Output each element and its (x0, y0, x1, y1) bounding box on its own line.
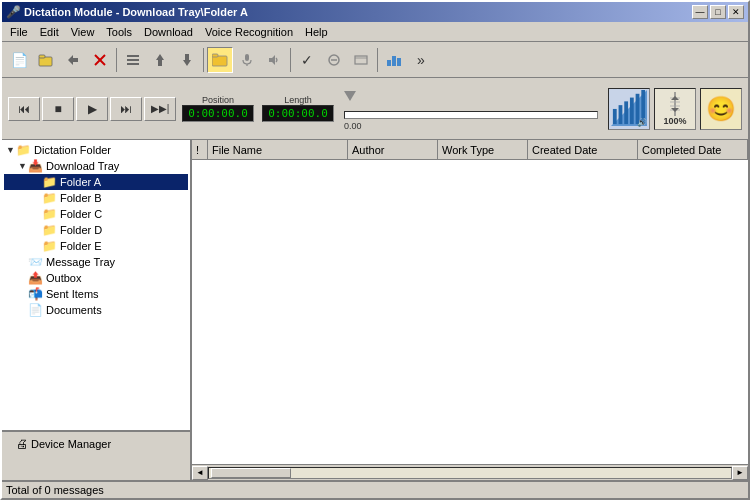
col-header-author[interactable]: Author (348, 140, 438, 159)
app-icon: 🎤 (6, 5, 20, 19)
speaker-button[interactable] (261, 47, 287, 73)
label-sent-items: Sent Items (46, 288, 99, 300)
menu-edit[interactable]: Edit (34, 22, 65, 41)
rewind-button[interactable]: ⏮ (8, 97, 40, 121)
tree-node-folder-b[interactable]: 📁 Folder B (4, 190, 188, 206)
label-outbox: Outbox (46, 272, 81, 284)
delete-button[interactable] (87, 47, 113, 73)
scroll-track[interactable] (208, 467, 732, 479)
download-send-button[interactable] (174, 47, 200, 73)
chart-button[interactable] (381, 47, 407, 73)
minimize-button[interactable]: — (692, 5, 708, 19)
expander-dictation[interactable]: ▼ (6, 145, 16, 155)
col-header-flag[interactable]: ! (192, 140, 208, 159)
upload-button[interactable] (147, 47, 173, 73)
menu-help[interactable]: Help (299, 22, 334, 41)
play-button[interactable]: ▶ (76, 97, 108, 121)
svg-marker-8 (156, 54, 164, 66)
label-folder-d: Folder D (60, 224, 102, 236)
separator-2 (203, 48, 204, 72)
icon-message-tray: 📨 (28, 255, 43, 269)
expander-download-tray[interactable]: ▼ (18, 161, 28, 171)
list-button[interactable] (120, 47, 146, 73)
volume-meter: 🔊 (608, 88, 650, 130)
menu-file[interactable]: File (4, 22, 34, 41)
label-folder-c: Folder C (60, 208, 102, 220)
tree-area: ▼ 📁 Dictation Folder ▼ 📥 Download Tray 📁… (2, 140, 190, 430)
more-button[interactable]: » (408, 47, 434, 73)
tree-node-dictation-folder[interactable]: ▼ 📁 Dictation Folder (4, 142, 188, 158)
length-display: 0:00:00.0 (262, 105, 334, 122)
scroll-right-button[interactable]: ► (732, 466, 748, 480)
icon-sent-items: 📬 (28, 287, 43, 301)
new-button[interactable]: 📄 (6, 47, 32, 73)
tree-node-documents[interactable]: 📄 Documents (4, 302, 188, 318)
menu-view[interactable]: View (65, 22, 101, 41)
svg-rect-26 (630, 97, 634, 124)
back-button[interactable] (60, 47, 86, 73)
svg-rect-24 (619, 105, 623, 124)
menu-voice-recognition[interactable]: Voice Recognition (199, 22, 299, 41)
title-bar: 🎤 Dictation Module - Download Tray\Folde… (2, 2, 748, 22)
col-header-filename[interactable]: File Name (208, 140, 348, 159)
col-header-completed[interactable]: Completed Date (638, 140, 748, 159)
separator-4 (377, 48, 378, 72)
svg-rect-7 (127, 63, 139, 65)
status-message: Total of 0 messages (6, 484, 104, 496)
right-panel: ! File Name Author Work Type Created Dat… (192, 140, 748, 480)
scroll-thumb[interactable] (211, 468, 291, 478)
separator-1 (116, 48, 117, 72)
horizontal-scrollbar: ◄ ► (192, 464, 748, 480)
window-title: Dictation Module - Download Tray\Folder … (24, 6, 692, 18)
col-header-worktype[interactable]: Work Type (438, 140, 528, 159)
speed-label: 100% (663, 116, 686, 126)
tree-node-download-tray[interactable]: ▼ 📥 Download Tray (4, 158, 188, 174)
fast-forward-button[interactable]: ⏭ (110, 97, 142, 121)
device-manager-item[interactable]: 🖨 Device Manager (4, 436, 188, 452)
mic-button[interactable] (234, 47, 260, 73)
icon-folder-b: 📁 (42, 191, 57, 205)
tree-node-outbox[interactable]: 📤 Outbox (4, 270, 188, 286)
speed-control[interactable]: 100% (654, 88, 696, 130)
menu-tools[interactable]: Tools (100, 22, 138, 41)
tree-node-sent-items[interactable]: 📬 Sent Items (4, 286, 188, 302)
stop-button[interactable]: ■ (42, 97, 74, 121)
tree-node-folder-a[interactable]: 📁 Folder A (4, 174, 188, 190)
file-list-header: ! File Name Author Work Type Created Dat… (192, 140, 748, 160)
icon-download-tray: 📥 (28, 159, 43, 173)
icon-device-manager: 🖨 (16, 437, 28, 451)
status-bar: Total of 0 messages (2, 480, 748, 498)
checkmark-button[interactable]: ✓ (294, 47, 320, 73)
col-header-created[interactable]: Created Date (528, 140, 638, 159)
svg-rect-20 (392, 56, 396, 66)
icon-folder-e: 📁 (42, 239, 57, 253)
cancel-mark-button[interactable] (321, 47, 347, 73)
icon-folder-d: 📁 (42, 223, 57, 237)
tree-node-folder-c[interactable]: 📁 Folder C (4, 206, 188, 222)
info-button[interactable] (348, 47, 374, 73)
player-controls: ⏮ ■ ▶ ⏭ ▶▶| (8, 97, 176, 121)
close-button[interactable]: ✕ (728, 5, 744, 19)
tree-node-message-tray[interactable]: 📨 Message Tray (4, 254, 188, 270)
volume-icon: 🔊 (637, 118, 647, 127)
icon-documents: 📄 (28, 303, 43, 317)
svg-marker-2 (68, 55, 78, 65)
device-panel: 🖨 Device Manager (2, 430, 190, 480)
time-elapsed: 0.00 (344, 121, 598, 131)
svg-rect-5 (127, 55, 139, 57)
seek-slider[interactable] (344, 111, 598, 119)
scroll-left-button[interactable]: ◄ (192, 466, 208, 480)
end-button[interactable]: ▶▶| (144, 97, 176, 121)
menu-download[interactable]: Download (138, 22, 199, 41)
file-list-body (192, 160, 748, 464)
label-message-tray: Message Tray (46, 256, 115, 268)
svg-marker-9 (183, 54, 191, 66)
tree-node-folder-e[interactable]: 📁 Folder E (4, 238, 188, 254)
position-group: Position 0:00:00.0 Length 0:00:00.0 (182, 95, 334, 122)
open-button[interactable] (33, 47, 59, 73)
tree-node-folder-d[interactable]: 📁 Folder D (4, 222, 188, 238)
label-folder-a: Folder A (60, 176, 101, 188)
maximize-button[interactable]: □ (710, 5, 726, 19)
folder-open-button[interactable] (207, 47, 233, 73)
icon-folder-c: 📁 (42, 207, 57, 221)
